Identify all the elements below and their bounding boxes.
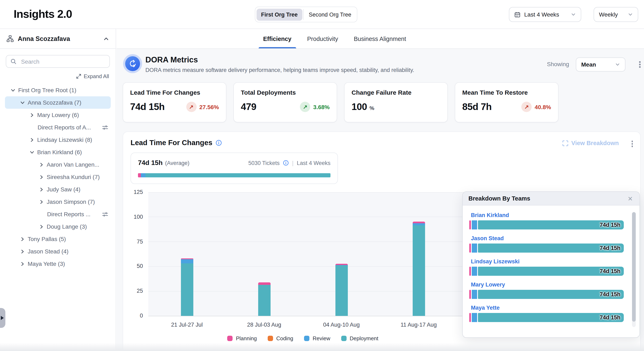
expand-all-icon [76, 74, 81, 79]
trend-up-icon: ↗ [522, 102, 532, 112]
metric-delta: ↗3.68% [300, 102, 330, 112]
tree-item[interactable]: Tony Pallas (5) [5, 233, 111, 245]
expand-all-button[interactable]: Expand All [6, 73, 109, 79]
team-name-link[interactable]: Brian Kirkland [471, 212, 624, 218]
summary-bar-segment-review [141, 173, 146, 177]
view-breakdown-label: View Breakdown [571, 140, 619, 146]
legend-swatch [268, 336, 273, 341]
metric-value-row: 74d 15h↗27.56% [130, 101, 219, 112]
chevron-right-icon[interactable] [29, 112, 35, 118]
bar-segment-review [335, 265, 348, 265]
chevron-right-icon[interactable] [20, 261, 25, 266]
chevron-right-icon[interactable] [39, 162, 44, 167]
legend-label: Planning [236, 335, 257, 341]
chevron-down-icon[interactable] [10, 88, 16, 93]
chevron-right-icon[interactable] [39, 174, 44, 180]
sidebar-header: Anna Scozzafava [0, 29, 116, 49]
expand-corners-icon [562, 140, 568, 146]
team-bar-segment-review [472, 290, 477, 299]
legend-swatch [304, 336, 310, 341]
bar-segment-planning [181, 258, 193, 259]
metric-delta-value: 27.56% [199, 104, 219, 110]
tree-item[interactable]: Mary Lowery (6) [5, 109, 111, 121]
showing-mode-select[interactable]: Mean [576, 58, 626, 72]
chevron-right-icon[interactable] [20, 236, 25, 242]
tree-item[interactable]: Lindsay Liszewski (8) [5, 134, 111, 146]
team-name-link[interactable]: Mary Lowery [471, 281, 624, 288]
tab-productivity[interactable]: Productivity [306, 29, 339, 48]
bar-segment-deployment [181, 263, 193, 316]
info-icon[interactable] [216, 140, 222, 146]
legend-label: Deployment [350, 335, 378, 341]
chart-kebab-menu-icon[interactable] [630, 139, 634, 149]
chevron-down-icon[interactable] [29, 149, 35, 155]
tree-item[interactable]: Jason Simpson (7) [5, 196, 111, 208]
team-stacked-bar: 74d 15h [469, 220, 624, 229]
team-name-link[interactable]: Maya Yette [471, 305, 624, 311]
chevron-right-icon[interactable] [20, 249, 25, 254]
team-name-link[interactable]: Jason Stead [471, 235, 624, 241]
tree-item[interactable]: Aaron Van Langen... [5, 158, 111, 171]
tree-item[interactable]: Doug Lange (3) [5, 220, 111, 233]
org-tree-option[interactable]: First Org Tree [256, 9, 302, 21]
team-bar-segment-deployment: 74d 15h [478, 290, 624, 299]
legend-swatch [227, 336, 232, 341]
sidebar-collapse-handle[interactable] [0, 308, 5, 328]
team-value: 74d 15h [600, 268, 620, 274]
metric-card-title: Change Failure Rate [352, 89, 440, 96]
tree-item[interactable]: Anna Scozzafava (7) [5, 96, 111, 109]
team-row: Brian Kirkland74d 15h [469, 212, 624, 229]
team-value: 74d 15h [600, 245, 620, 251]
filters-icon[interactable] [102, 124, 108, 130]
tree-item[interactable]: Judy Saw (4) [5, 183, 111, 196]
filters-icon[interactable] [102, 211, 108, 217]
date-range-select[interactable]: Last 4 Weeks [509, 7, 581, 22]
calendar-icon [514, 11, 520, 18]
tree-item-label: Sireesha Kunduri (7) [47, 174, 100, 180]
tree-item[interactable]: Jason Stead (4) [5, 245, 111, 258]
tree-item[interactable]: First Org Tree Root (1) [5, 84, 111, 96]
metric-card: Total Deployments479↗3.68% [234, 82, 337, 122]
chevron-right-icon[interactable] [29, 137, 35, 142]
chevron-down-icon[interactable] [20, 100, 25, 105]
chevron-up-icon[interactable] [103, 36, 109, 42]
toggle-divider [303, 9, 304, 20]
team-bar-segment-planning [469, 220, 471, 229]
breakdown-by-teams-panel: Breakdown By Teams ✕ Brian Kirkland74d 1… [462, 191, 640, 338]
team-bar-segment-planning [469, 267, 471, 276]
tree-item[interactable]: Direct Reports ... [5, 208, 111, 220]
team-bar-segment-deployment: 74d 15h [478, 313, 624, 322]
team-row: Lindsay Liszewski74d 15h [469, 258, 624, 276]
team-bar-segment-review [472, 313, 477, 322]
team-bar-segment-review [472, 220, 477, 229]
info-icon[interactable] [283, 160, 289, 166]
granularity-value: Weekly [599, 11, 618, 18]
scrollbar-thumb[interactable] [632, 212, 636, 322]
legend-swatch [341, 336, 346, 341]
org-tree-option[interactable]: Second Org Tree [304, 9, 356, 21]
chevron-right-icon[interactable] [39, 224, 44, 229]
team-bar-segment-deployment: 74d 15h [478, 243, 624, 253]
tab-efficiency[interactable]: Efficiency [262, 29, 292, 48]
tree-item[interactable]: Maya Yette (3) [5, 258, 111, 270]
metric-value: 100 [352, 101, 367, 112]
team-stacked-bar: 74d 15h [469, 267, 624, 276]
metric-value-row: 479↗3.68% [241, 101, 330, 112]
team-name-link[interactable]: Lindsay Liszewski [471, 258, 624, 265]
tree-item[interactable]: Sireesha Kunduri (7) [5, 171, 111, 183]
metric-value: 479 [241, 101, 256, 112]
team-bar-segment-planning [469, 313, 471, 322]
chevron-right-icon[interactable] [39, 187, 44, 192]
tree-item[interactable]: Brian Kirkland (6) [5, 146, 111, 158]
chevron-right-icon[interactable] [39, 199, 44, 204]
org-hierarchy-icon [6, 35, 14, 42]
tree-item-label: Jason Stead (4) [28, 248, 68, 255]
tab-business-alignment[interactable]: Business Alignment [353, 29, 407, 48]
search-input[interactable] [20, 58, 105, 65]
dora-kebab-menu-icon[interactable] [638, 60, 642, 69]
close-icon[interactable]: ✕ [627, 195, 634, 202]
view-breakdown-button[interactable]: View Breakdown [562, 140, 619, 146]
team-stacked-bar: 74d 15h [469, 243, 624, 253]
granularity-select[interactable]: Weekly [594, 7, 638, 22]
tree-item[interactable]: Direct Reports of A... [5, 121, 111, 134]
